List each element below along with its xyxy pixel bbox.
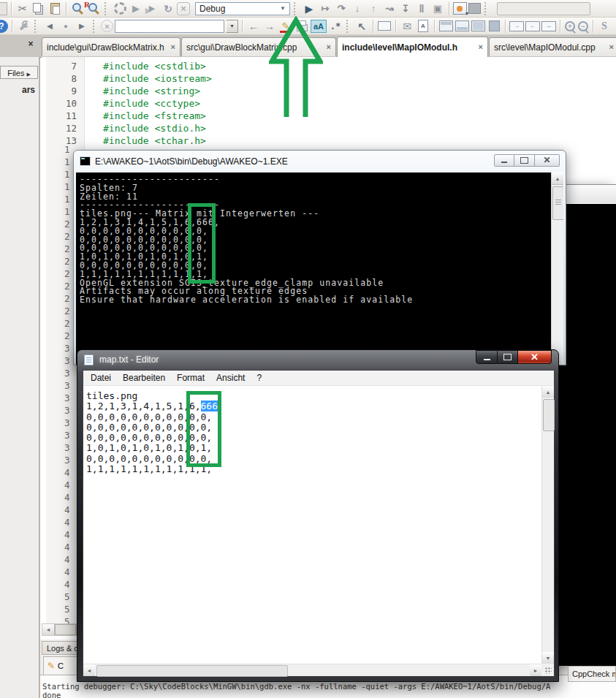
menu-ansicht[interactable]: Ansicht: [210, 371, 251, 385]
menu-help[interactable]: ?: [251, 371, 267, 385]
paste-icon[interactable]: [47, 1, 62, 16]
expand-right-icon[interactable]: →: [509, 19, 524, 34]
close-icon[interactable]: ×: [479, 43, 483, 51]
pointer-tool-icon[interactable]: [354, 19, 369, 34]
chevron-down-icon[interactable]: ▼: [275, 5, 286, 12]
zoom-out-icon[interactable]: [577, 20, 589, 32]
notepad-textarea[interactable]: tiles.png 1,2,1,3,1,4,1,5,1,6,666, 0,0,0…: [83, 386, 541, 664]
panel-top-icon[interactable]: [438, 19, 453, 34]
rect-tool-icon[interactable]: [377, 19, 392, 34]
menu-bearbeiten[interactable]: Bearbeiten: [117, 371, 171, 385]
scroll-down-icon[interactable]: ▼: [542, 652, 554, 664]
maximize-button[interactable]: [514, 154, 535, 167]
toolbar-grip[interactable]: [104, 2, 109, 15]
expand-left-icon[interactable]: ←: [525, 19, 540, 34]
zoom-in-icon[interactable]: [564, 20, 576, 32]
scroll-thumb[interactable]: [552, 186, 563, 220]
notepad-menubar: Datei Bearbeiten Format Ansicht ?: [83, 371, 554, 386]
scroll-left-icon[interactable]: ◄: [42, 624, 55, 635]
build-options-gear-icon[interactable]: [113, 1, 127, 16]
console-scrollbar[interactable]: ▲: [551, 172, 563, 365]
tab-mapiomodul-cpp[interactable]: src\level\MapIOModul.cpp ×: [489, 37, 616, 56]
notepad-vscrollbar[interactable]: ▲ ▼: [541, 386, 554, 664]
toolbar-grip[interactable]: [34, 20, 39, 33]
partial-line-numbers: 1 1 1 1 1 1 2 2 2 2 2 2 2 2 2 2 3 3 3 3 …: [64, 143, 70, 628]
scroll-right-icon[interactable]: ►: [530, 664, 541, 676]
scroll-up-icon[interactable]: ▲: [552, 172, 563, 185]
tab-mapiomodul-h[interactable]: include\level\MapIOModul.h ×: [337, 37, 488, 57]
goto-back-icon[interactable]: [246, 19, 261, 34]
next-instruction-icon[interactable]: [382, 1, 397, 16]
code-line: 9#include <string>: [46, 85, 616, 97]
browse-back-icon[interactable]: [42, 19, 57, 34]
browse-marker-icon[interactable]: [58, 19, 73, 34]
close-button[interactable]: ✕: [535, 154, 560, 167]
browse-forward-icon[interactable]: [75, 19, 89, 34]
run-icon[interactable]: [129, 1, 143, 16]
scroll-thumb[interactable]: [96, 665, 288, 677]
settings-wrench-icon[interactable]: [16, 19, 31, 34]
various-info-icon[interactable]: [468, 3, 481, 14]
toolbar-grip[interactable]: [484, 2, 489, 15]
menu-datei[interactable]: Datei: [85, 371, 117, 385]
minimize-button[interactable]: [494, 154, 514, 167]
search-dropdown-button[interactable]: ▾: [226, 20, 238, 33]
close-icon[interactable]: ×: [171, 43, 175, 51]
console-titlebar[interactable]: E:\AWAKEO~1\AotS\bin\Debug\AWAKEO~1.EXE …: [74, 151, 566, 172]
run-to-cursor-icon[interactable]: [318, 1, 332, 16]
build-target-combo[interactable]: Debug ▼: [195, 2, 290, 15]
scroll-left-icon[interactable]: ◄: [83, 664, 95, 676]
close-icon[interactable]: ×: [327, 43, 331, 51]
line-number: 8: [46, 73, 84, 84]
notepad-hscrollbar[interactable]: ◄ ►: [83, 664, 541, 676]
expand-both-icon[interactable]: ↔: [541, 19, 556, 34]
resize-grip[interactable]: [541, 664, 554, 676]
code-line: 13#include <tchar.h>: [46, 134, 616, 147]
editor-hscrollbar[interactable]: ◄: [42, 623, 77, 636]
abort-build-icon[interactable]: [177, 2, 190, 15]
help-icon[interactable]: ?: [0, 20, 8, 33]
stop-debugger-icon[interactable]: [430, 1, 445, 16]
scroll-up-icon[interactable]: ▲: [542, 386, 554, 398]
toolbar-grip[interactable]: [93, 20, 97, 33]
tab-drawblockmatrix-h[interactable]: include\gui\DrawBlockMatrix.h ×: [42, 37, 180, 56]
separator: [11, 2, 12, 15]
panel-inner-icon[interactable]: [471, 19, 485, 34]
break-debugger-icon[interactable]: [414, 1, 429, 16]
tab-cppcheck[interactable]: CppCheck me: [568, 666, 616, 682]
next-line-icon[interactable]: [334, 1, 349, 16]
symbol-s-icon[interactable]: [597, 19, 612, 34]
scroll-thumb[interactable]: [55, 624, 76, 635]
use-regex-icon[interactable]: [328, 19, 343, 34]
toolbar-grip[interactable]: [346, 20, 351, 33]
cut-icon[interactable]: [15, 1, 30, 16]
management-close-icon[interactable]: ×: [25, 38, 37, 50]
minimize-button[interactable]: [476, 350, 498, 364]
menu-format[interactable]: Format: [171, 371, 210, 385]
message-dialog-icon[interactable]: [400, 19, 414, 34]
step-into-instruction-icon[interactable]: [398, 1, 413, 16]
separator: [12, 20, 12, 33]
clear-search-icon[interactable]: [101, 20, 113, 32]
tab-files[interactable]: Files: [0, 66, 38, 79]
document-partial-icon[interactable]: [0, 2, 7, 15]
debugger-field[interactable]: [497, 2, 590, 15]
incremental-search-input[interactable]: [115, 20, 224, 33]
close-button[interactable]: ✕: [518, 350, 552, 364]
step-into-icon[interactable]: [350, 1, 365, 16]
text-document-icon[interactable]: A: [416, 19, 430, 34]
filled-box-icon[interactable]: [487, 19, 501, 34]
scroll-thumb[interactable]: [543, 399, 555, 431]
copy-icon[interactable]: [31, 1, 46, 16]
panel-bottom-icon[interactable]: [455, 19, 469, 34]
close-icon[interactable]: ×: [609, 43, 614, 51]
find-replace-icon[interactable]: R: [86, 1, 101, 16]
debug-continue-icon[interactable]: [302, 1, 316, 16]
build-and-run-icon[interactable]: [145, 1, 159, 16]
rebuild-icon[interactable]: [161, 1, 175, 16]
step-out-icon[interactable]: [366, 1, 381, 16]
find-icon[interactable]: [70, 1, 85, 16]
toolbar-grip[interactable]: [294, 2, 298, 15]
debugging-windows-icon[interactable]: [453, 2, 467, 15]
maximize-button[interactable]: [498, 350, 518, 364]
